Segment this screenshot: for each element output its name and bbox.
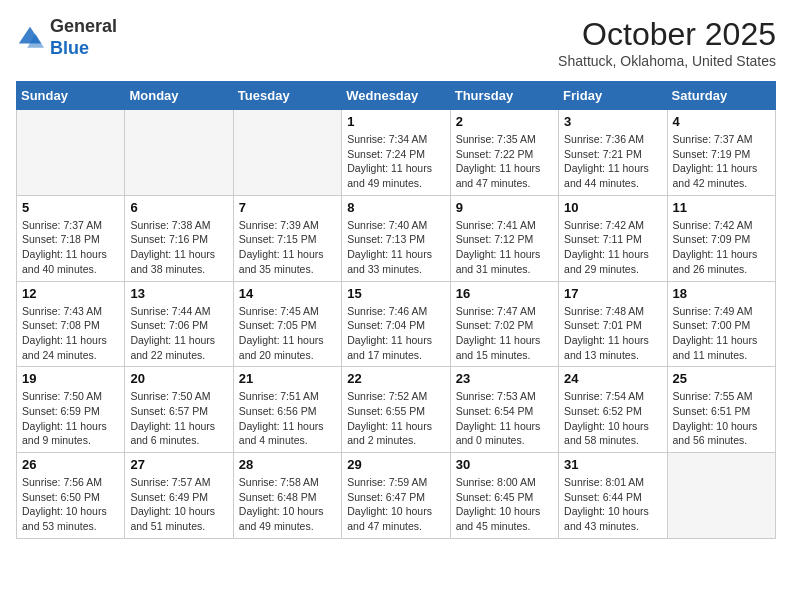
- calendar-cell: [233, 110, 341, 196]
- day-number: 25: [673, 371, 770, 386]
- logo-text: General Blue: [50, 16, 117, 59]
- day-number: 11: [673, 200, 770, 215]
- calendar-cell: 21Sunrise: 7:51 AMSunset: 6:56 PMDayligh…: [233, 367, 341, 453]
- day-number: 10: [564, 200, 661, 215]
- day-number: 23: [456, 371, 553, 386]
- day-number: 26: [22, 457, 119, 472]
- page-header: General Blue October 2025 Shattuck, Okla…: [16, 16, 776, 69]
- calendar-cell: 3Sunrise: 7:36 AMSunset: 7:21 PMDaylight…: [559, 110, 667, 196]
- cell-content: Sunrise: 7:38 AMSunset: 7:16 PMDaylight:…: [130, 218, 227, 277]
- cell-content: Sunrise: 7:42 AMSunset: 7:11 PMDaylight:…: [564, 218, 661, 277]
- calendar-cell: 26Sunrise: 7:56 AMSunset: 6:50 PMDayligh…: [17, 453, 125, 539]
- day-number: 17: [564, 286, 661, 301]
- cell-content: Sunrise: 7:55 AMSunset: 6:51 PMDaylight:…: [673, 389, 770, 448]
- calendar-cell: 27Sunrise: 7:57 AMSunset: 6:49 PMDayligh…: [125, 453, 233, 539]
- cell-content: Sunrise: 7:34 AMSunset: 7:24 PMDaylight:…: [347, 132, 444, 191]
- cell-content: Sunrise: 7:49 AMSunset: 7:00 PMDaylight:…: [673, 304, 770, 363]
- day-number: 30: [456, 457, 553, 472]
- cell-content: Sunrise: 7:47 AMSunset: 7:02 PMDaylight:…: [456, 304, 553, 363]
- day-number: 1: [347, 114, 444, 129]
- day-header-monday: Monday: [125, 82, 233, 110]
- day-number: 18: [673, 286, 770, 301]
- day-number: 4: [673, 114, 770, 129]
- calendar-cell: 7Sunrise: 7:39 AMSunset: 7:15 PMDaylight…: [233, 195, 341, 281]
- calendar-cell: 18Sunrise: 7:49 AMSunset: 7:00 PMDayligh…: [667, 281, 775, 367]
- calendar-cell: 31Sunrise: 8:01 AMSunset: 6:44 PMDayligh…: [559, 453, 667, 539]
- day-header-sunday: Sunday: [17, 82, 125, 110]
- day-number: 16: [456, 286, 553, 301]
- logo-blue: Blue: [50, 38, 89, 58]
- calendar-cell: 16Sunrise: 7:47 AMSunset: 7:02 PMDayligh…: [450, 281, 558, 367]
- day-number: 19: [22, 371, 119, 386]
- calendar-cell: 20Sunrise: 7:50 AMSunset: 6:57 PMDayligh…: [125, 367, 233, 453]
- calendar-cell: 6Sunrise: 7:38 AMSunset: 7:16 PMDaylight…: [125, 195, 233, 281]
- week-row-2: 5Sunrise: 7:37 AMSunset: 7:18 PMDaylight…: [17, 195, 776, 281]
- day-number: 5: [22, 200, 119, 215]
- day-header-tuesday: Tuesday: [233, 82, 341, 110]
- day-number: 28: [239, 457, 336, 472]
- cell-content: Sunrise: 8:00 AMSunset: 6:45 PMDaylight:…: [456, 475, 553, 534]
- cell-content: Sunrise: 8:01 AMSunset: 6:44 PMDaylight:…: [564, 475, 661, 534]
- day-number: 7: [239, 200, 336, 215]
- calendar-cell: 4Sunrise: 7:37 AMSunset: 7:19 PMDaylight…: [667, 110, 775, 196]
- day-number: 27: [130, 457, 227, 472]
- calendar-cell: 23Sunrise: 7:53 AMSunset: 6:54 PMDayligh…: [450, 367, 558, 453]
- calendar-cell: 9Sunrise: 7:41 AMSunset: 7:12 PMDaylight…: [450, 195, 558, 281]
- cell-content: Sunrise: 7:39 AMSunset: 7:15 PMDaylight:…: [239, 218, 336, 277]
- day-number: 8: [347, 200, 444, 215]
- cell-content: Sunrise: 7:46 AMSunset: 7:04 PMDaylight:…: [347, 304, 444, 363]
- day-number: 24: [564, 371, 661, 386]
- cell-content: Sunrise: 7:41 AMSunset: 7:12 PMDaylight:…: [456, 218, 553, 277]
- calendar-cell: 2Sunrise: 7:35 AMSunset: 7:22 PMDaylight…: [450, 110, 558, 196]
- day-number: 22: [347, 371, 444, 386]
- week-row-5: 26Sunrise: 7:56 AMSunset: 6:50 PMDayligh…: [17, 453, 776, 539]
- week-row-3: 12Sunrise: 7:43 AMSunset: 7:08 PMDayligh…: [17, 281, 776, 367]
- calendar-cell: 19Sunrise: 7:50 AMSunset: 6:59 PMDayligh…: [17, 367, 125, 453]
- cell-content: Sunrise: 7:53 AMSunset: 6:54 PMDaylight:…: [456, 389, 553, 448]
- day-number: 20: [130, 371, 227, 386]
- month-title: October 2025: [558, 16, 776, 53]
- day-number: 6: [130, 200, 227, 215]
- cell-content: Sunrise: 7:45 AMSunset: 7:05 PMDaylight:…: [239, 304, 336, 363]
- day-number: 14: [239, 286, 336, 301]
- calendar-cell: 8Sunrise: 7:40 AMSunset: 7:13 PMDaylight…: [342, 195, 450, 281]
- day-number: 12: [22, 286, 119, 301]
- calendar-cell: 12Sunrise: 7:43 AMSunset: 7:08 PMDayligh…: [17, 281, 125, 367]
- calendar-cell: [17, 110, 125, 196]
- calendar-cell: 17Sunrise: 7:48 AMSunset: 7:01 PMDayligh…: [559, 281, 667, 367]
- calendar-cell: 30Sunrise: 8:00 AMSunset: 6:45 PMDayligh…: [450, 453, 558, 539]
- calendar-cell: 10Sunrise: 7:42 AMSunset: 7:11 PMDayligh…: [559, 195, 667, 281]
- calendar-cell: 5Sunrise: 7:37 AMSunset: 7:18 PMDaylight…: [17, 195, 125, 281]
- day-header-saturday: Saturday: [667, 82, 775, 110]
- day-number: 9: [456, 200, 553, 215]
- calendar-cell: 14Sunrise: 7:45 AMSunset: 7:05 PMDayligh…: [233, 281, 341, 367]
- cell-content: Sunrise: 7:37 AMSunset: 7:19 PMDaylight:…: [673, 132, 770, 191]
- cell-content: Sunrise: 7:40 AMSunset: 7:13 PMDaylight:…: [347, 218, 444, 277]
- calendar-cell: 15Sunrise: 7:46 AMSunset: 7:04 PMDayligh…: [342, 281, 450, 367]
- cell-content: Sunrise: 7:56 AMSunset: 6:50 PMDaylight:…: [22, 475, 119, 534]
- cell-content: Sunrise: 7:54 AMSunset: 6:52 PMDaylight:…: [564, 389, 661, 448]
- week-row-4: 19Sunrise: 7:50 AMSunset: 6:59 PMDayligh…: [17, 367, 776, 453]
- cell-content: Sunrise: 7:57 AMSunset: 6:49 PMDaylight:…: [130, 475, 227, 534]
- cell-content: Sunrise: 7:59 AMSunset: 6:47 PMDaylight:…: [347, 475, 444, 534]
- cell-content: Sunrise: 7:36 AMSunset: 7:21 PMDaylight:…: [564, 132, 661, 191]
- calendar-cell: 29Sunrise: 7:59 AMSunset: 6:47 PMDayligh…: [342, 453, 450, 539]
- day-header-friday: Friday: [559, 82, 667, 110]
- title-block: October 2025 Shattuck, Oklahoma, United …: [558, 16, 776, 69]
- day-number: 13: [130, 286, 227, 301]
- calendar-table: SundayMondayTuesdayWednesdayThursdayFrid…: [16, 81, 776, 539]
- location-subtitle: Shattuck, Oklahoma, United States: [558, 53, 776, 69]
- calendar-cell: 13Sunrise: 7:44 AMSunset: 7:06 PMDayligh…: [125, 281, 233, 367]
- cell-content: Sunrise: 7:35 AMSunset: 7:22 PMDaylight:…: [456, 132, 553, 191]
- logo: General Blue: [16, 16, 117, 59]
- cell-content: Sunrise: 7:58 AMSunset: 6:48 PMDaylight:…: [239, 475, 336, 534]
- calendar-cell: 25Sunrise: 7:55 AMSunset: 6:51 PMDayligh…: [667, 367, 775, 453]
- day-header-wednesday: Wednesday: [342, 82, 450, 110]
- calendar-cell: 1Sunrise: 7:34 AMSunset: 7:24 PMDaylight…: [342, 110, 450, 196]
- calendar-header-row: SundayMondayTuesdayWednesdayThursdayFrid…: [17, 82, 776, 110]
- day-header-thursday: Thursday: [450, 82, 558, 110]
- calendar-cell: [125, 110, 233, 196]
- week-row-1: 1Sunrise: 7:34 AMSunset: 7:24 PMDaylight…: [17, 110, 776, 196]
- calendar-cell: 28Sunrise: 7:58 AMSunset: 6:48 PMDayligh…: [233, 453, 341, 539]
- logo-icon: [16, 24, 44, 52]
